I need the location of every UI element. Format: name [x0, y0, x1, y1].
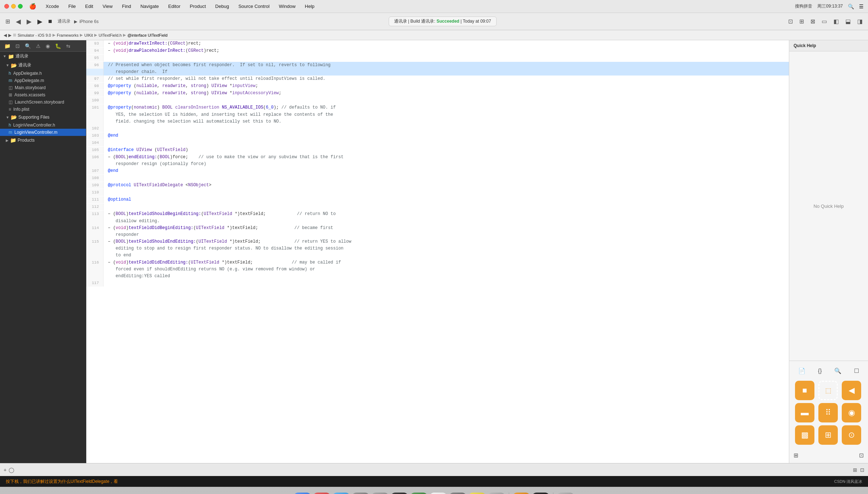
sidebar-item-loginvc-m[interactable]: m LoginViewController.m — [0, 129, 86, 136]
editor-assistant-button[interactable]: ⊞ — [798, 17, 806, 26]
sidebar-item-infoplist[interactable]: ≡ Info.plist — [0, 106, 86, 113]
dock-item-mouse[interactable]: 🖱 — [352, 493, 369, 494]
simulator-device[interactable]: iPhone 6s — [79, 19, 99, 24]
sidebar-symbol-icon[interactable]: ⊡ — [14, 42, 21, 50]
forward-button[interactable]: ▶ — [25, 17, 33, 27]
menu-help[interactable]: Help — [303, 3, 316, 10]
qh-bottom-adjust-icon[interactable]: ⊡ — [858, 450, 865, 460]
menu-find[interactable]: Find — [120, 3, 132, 10]
sidebar-item-launchscreen[interactable]: ◫ LaunchScreen.storyboard — [0, 99, 86, 106]
sidebar-item-appdelegate-h[interactable]: h AppDelegate.h — [0, 70, 86, 77]
dock-item-terminal3[interactable]: ▮ — [532, 493, 549, 494]
dock-item-textedit[interactable]: 📝 — [430, 493, 447, 494]
line-content-115a[interactable]: – (BOOL)textFieldShouldEndEditing:(UITex… — [104, 238, 789, 245]
notification-icon[interactable]: ☰ — [859, 4, 864, 9]
breadcrumb-uikit[interactable]: UIKit — [84, 33, 93, 37]
ui-component-back[interactable]: ◀ — [842, 381, 861, 400]
breadcrumb-back[interactable]: ◀ — [4, 33, 7, 38]
sidebar-test-icon[interactable]: ◉ — [44, 42, 51, 50]
menu-editor[interactable]: Editor — [167, 3, 182, 10]
line-content-116b[interactable]: forced even if shouldEndEditing returns … — [104, 266, 789, 273]
ui-component-knob[interactable]: ◉ — [842, 403, 861, 422]
dock-item-safari[interactable]: 🌐 — [333, 493, 350, 494]
menu-xcode[interactable]: Xcode — [44, 3, 60, 10]
sidebar-group-products[interactable]: ▶ 📁 Products — [0, 136, 86, 145]
sidebar-item-main-storyboard[interactable]: ◫ Main.storyboard — [0, 84, 86, 91]
dock-item-sourcetree[interactable]: ⎇ — [410, 493, 428, 494]
code-editor[interactable]: 93 – (void)drawTextInRect:(CGRect)rect; … — [86, 40, 789, 463]
back-button[interactable]: ◀ — [14, 17, 23, 27]
list-view-button[interactable]: ⊡ — [860, 467, 864, 473]
sidebar-debug-icon[interactable]: 🐛 — [54, 42, 63, 50]
menu-source-control[interactable]: Source Control — [237, 3, 271, 10]
line-content-109[interactable]: @protocol UITextFieldDelegate <NSObject> — [104, 182, 789, 189]
sidebar-item-loginvc-h[interactable]: h LoginViewController.h — [0, 122, 86, 129]
line-content-106a[interactable]: – (BOOL)endEditing:(BOOL)force; // use t… — [104, 154, 789, 161]
dock-item-launchpad[interactable]: 🚀 — [313, 493, 330, 494]
breadcrumb-interface[interactable]: @interface UITextField — [127, 33, 167, 37]
line-content-107[interactable]: @end — [104, 168, 789, 174]
sidebar-group-project[interactable]: ▼ 📁 通讯录 — [0, 52, 86, 61]
line-content-105[interactable]: @interface UIView (UITextField) — [104, 147, 789, 154]
dock-item-notes[interactable]: 📓 — [469, 493, 486, 494]
minimize-button[interactable] — [11, 4, 16, 9]
menu-product[interactable]: Product — [188, 3, 207, 10]
breadcrumb-forward[interactable]: ▶ — [8, 33, 12, 38]
menu-edit[interactable]: Edit — [84, 3, 95, 10]
line-content-116a[interactable]: – (void)textFieldDidEndEditing:(UITextFi… — [104, 259, 789, 266]
sidebar-toggle-button[interactable]: ⊞ — [4, 17, 12, 26]
ui-component-tile[interactable]: ▩ — [795, 425, 814, 445]
debug-button[interactable]: ⬓ — [844, 17, 853, 26]
line-content-113a[interactable]: – (BOOL)textFieldShouldBeginEditing:(UIT… — [104, 211, 789, 218]
menu-window[interactable]: Window — [278, 3, 297, 10]
ui-component-collection[interactable]: ⊞ — [818, 425, 838, 445]
dock-item-preview[interactable]: 👁 — [449, 493, 466, 494]
ui-component-view[interactable]: ■ — [795, 381, 814, 400]
maximize-button[interactable] — [18, 4, 23, 9]
sidebar-item-appdelegate-m[interactable]: m AppDelegate.m — [0, 77, 86, 84]
dock-item-quicktime[interactable]: ▶ — [371, 493, 389, 494]
breadcrumb-uitextfield-h[interactable]: UITextField.h — [99, 33, 122, 37]
search-icon[interactable]: 🔍 — [848, 4, 854, 9]
line-content-101c[interactable]: field. changing the selection will autom… — [104, 118, 789, 125]
menu-navigate[interactable]: Navigate — [139, 3, 160, 10]
breadcrumb-frameworks[interactable]: Frameworks — [57, 33, 79, 37]
line-content-93[interactable]: – (void)drawTextInRect:(CGRect)rect; — [104, 40, 789, 47]
sidebar-group-app[interactable]: ▼ 📂 通讯录 — [0, 61, 86, 70]
line-content-96a[interactable]: // Presented when object becomes first r… — [104, 62, 789, 69]
editor-version-button[interactable]: ⊠ — [809, 17, 817, 26]
line-content-115c[interactable]: to end — [104, 252, 789, 259]
line-content-114a[interactable]: – (void)textFieldDidBeginEditing:(UIText… — [104, 225, 789, 232]
qh-bottom-grid-icon[interactable]: ⊞ — [792, 450, 800, 460]
line-content-96b[interactable]: responder chain. If — [104, 69, 789, 76]
qh-search-icon[interactable]: 🔍 — [833, 366, 843, 376]
dock-item-trash[interactable]: 🗑 — [557, 493, 574, 494]
qh-box-icon[interactable]: ☐ — [853, 366, 860, 376]
line-content-106b[interactable]: responder resign (optionally force) — [104, 161, 789, 168]
close-button[interactable] — [4, 4, 9, 9]
sidebar-item-assets[interactable]: ⊞ Assets.xcassets — [0, 91, 86, 99]
sidebar-folder-icon[interactable]: 📁 — [3, 42, 12, 50]
ui-component-circle[interactable]: ⊙ — [842, 425, 861, 445]
add-button[interactable]: + — [4, 467, 6, 473]
line-content-101b[interactable]: YES, the selection UI is hidden, and ins… — [104, 111, 789, 118]
menu-view[interactable]: View — [101, 3, 114, 10]
qh-code-icon[interactable]: {} — [817, 366, 823, 376]
line-content-111[interactable]: @optional — [104, 196, 789, 203]
line-content-116c[interactable]: endEditing:YES called — [104, 273, 789, 280]
line-content-97[interactable]: // set while first responder, will not t… — [104, 76, 789, 82]
menu-debug[interactable]: Debug — [214, 3, 230, 10]
line-content-101a[interactable]: @property(nonatomic) BOOL clearsOnInsert… — [104, 104, 789, 111]
stop-button[interactable]: ■ — [46, 17, 54, 26]
dock-item-finder[interactable]: 🔍 — [294, 493, 311, 494]
line-content-99[interactable]: @property (nullable, readwrite, strong) … — [104, 90, 789, 97]
line-content-114b[interactable]: responder — [104, 232, 789, 238]
dock-item-sketch[interactable]: ◇ — [513, 493, 530, 494]
run-button[interactable]: ▶ — [36, 17, 44, 27]
line-content-115b[interactable]: editing to stop and to resign first resp… — [104, 245, 789, 252]
line-content-98[interactable]: @property (nullable, readwrite, strong) … — [104, 83, 789, 90]
navigator-button[interactable]: ◧ — [832, 17, 841, 26]
filter-button[interactable]: ◯ — [9, 467, 14, 473]
sidebar-group-supporting[interactable]: ▼ 📂 Supporting Files — [0, 113, 86, 122]
qh-file-icon[interactable]: 📄 — [797, 366, 807, 376]
